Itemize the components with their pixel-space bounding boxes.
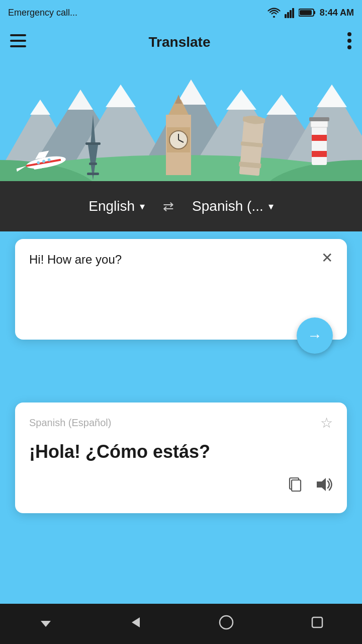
text-to-speech-button[interactable]: [315, 476, 333, 493]
home-button[interactable]: [219, 615, 234, 633]
emergency-call-text: Emergency call...: [8, 8, 77, 18]
svg-rect-66: [312, 617, 322, 627]
page-title: Translate: [38, 34, 321, 50]
target-language-button[interactable]: Spanish (... ▾: [184, 194, 282, 218]
svg-rect-34: [87, 173, 99, 175]
status-icons: 8:44 AM: [267, 7, 354, 18]
svg-rect-7: [10, 34, 26, 36]
svg-marker-64: [132, 617, 140, 627]
svg-rect-8: [10, 40, 26, 42]
input-text[interactable]: Hi! How are you?: [29, 251, 321, 291]
battery-icon: [299, 8, 316, 17]
svg-rect-48: [312, 135, 327, 141]
time-display: 8:44 AM: [320, 8, 354, 18]
translate-arrow-icon: →: [307, 327, 322, 344]
svg-rect-3: [292, 8, 294, 18]
copy-button[interactable]: [286, 476, 303, 493]
output-actions: [29, 476, 333, 493]
input-row: Hi! How are you? ✕: [29, 251, 333, 291]
source-language-button[interactable]: English ▾: [80, 194, 153, 218]
target-language-label: Spanish (...: [192, 198, 263, 214]
back-button[interactable]: [130, 615, 142, 633]
favorite-button[interactable]: ☆: [320, 415, 333, 431]
navigation-bar: [0, 604, 362, 644]
signal-icon: [285, 7, 295, 18]
svg-point-65: [220, 616, 233, 629]
svg-rect-1: [287, 12, 289, 18]
wifi-icon: [267, 8, 281, 18]
svg-rect-61: [292, 480, 301, 491]
svg-rect-47: [312, 125, 327, 165]
hero-illustration: [0, 59, 362, 200]
svg-rect-33: [89, 163, 97, 165]
toolbar: Translate: [0, 25, 362, 59]
svg-point-10: [347, 32, 351, 36]
output-card: Spanish (Español) ☆ ¡Hola! ¿Cómo estás?: [15, 403, 347, 513]
svg-rect-51: [309, 117, 329, 121]
svg-rect-5: [314, 11, 315, 14]
language-selector-bar: English ▾ ⇄ Spanish (... ▾: [0, 181, 362, 231]
svg-rect-9: [10, 45, 26, 47]
svg-point-12: [347, 45, 351, 49]
translate-button[interactable]: →: [297, 317, 333, 354]
menu-icon[interactable]: [10, 34, 26, 51]
svg-rect-32: [85, 142, 101, 145]
svg-marker-62: [317, 478, 326, 491]
output-lang-row: Spanish (Español) ☆: [29, 415, 333, 431]
recent-apps-button[interactable]: [311, 615, 324, 632]
svg-rect-49: [312, 151, 327, 157]
clear-input-button[interactable]: ✕: [321, 251, 333, 265]
svg-point-11: [347, 39, 351, 43]
input-card: Hi! How are you? ✕ →: [15, 239, 347, 340]
svg-rect-0: [285, 14, 287, 18]
svg-rect-2: [290, 10, 292, 18]
source-language-label: English: [88, 198, 135, 214]
svg-rect-6: [300, 10, 312, 15]
swap-languages-icon[interactable]: ⇄: [163, 199, 174, 214]
source-lang-dropdown-icon: ▾: [140, 200, 145, 212]
output-language-label: Spanish (Español): [29, 417, 111, 429]
down-button[interactable]: [39, 615, 53, 632]
translated-text: ¡Hola! ¿Cómo estás?: [29, 440, 333, 464]
status-bar: Emergency call... 8:44 AM: [0, 0, 362, 25]
target-lang-dropdown-icon: ▾: [268, 200, 274, 212]
svg-marker-63: [41, 621, 51, 627]
more-options-icon[interactable]: [347, 32, 352, 53]
